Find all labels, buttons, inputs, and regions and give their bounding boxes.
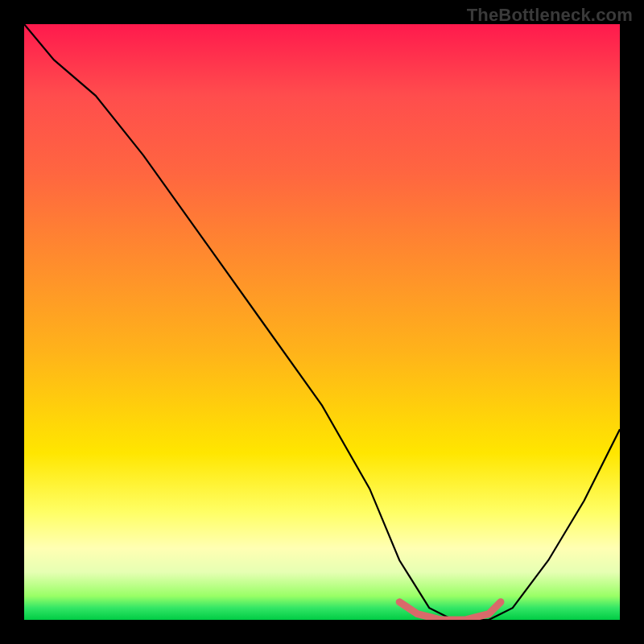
curve-layer <box>24 24 620 620</box>
chart-frame: TheBottleneck.com <box>0 0 644 644</box>
watermark-text: TheBottleneck.com <box>467 5 633 26</box>
bottleneck-curve <box>24 24 620 620</box>
gradient-plot-area <box>24 24 620 620</box>
optimal-highlight <box>399 602 501 620</box>
